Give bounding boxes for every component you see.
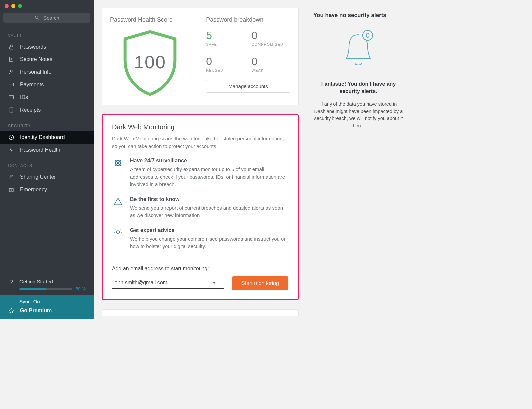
search-input[interactable]: Search [3,13,90,23]
sidebar-item-identity-dashboard[interactable]: Identity Dashboard [0,131,94,144]
email-value: john.smith@gmail.com [113,280,167,286]
svg-rect-2 [10,47,13,49]
svg-point-0 [35,16,38,19]
manage-accounts-button[interactable]: Manage accounts [206,80,290,93]
svg-text:0: 0 [366,32,369,39]
minimize-window-icon[interactable] [11,4,15,8]
premium-label: Go Premium [20,308,52,314]
receipt-icon [8,107,15,113]
id-card-icon [8,94,15,100]
darkweb-title: Dark Web Monitoring [112,123,288,131]
sidebar-item-emergency[interactable]: Emergency [0,183,94,196]
person-icon [8,69,15,75]
feature-first-to-know: Be the first to know We send you a repor… [112,196,288,219]
stat-value: 5 [206,29,245,42]
section-label-security: SECURITY [0,116,94,131]
sidebar-item-label: Emergency [20,187,47,193]
stat-label: WEAK [252,68,290,72]
stat-compromised: 0 COMPROMISED [252,29,290,46]
sidebar-item-secure-notes[interactable]: Secure Notes [0,53,94,66]
health-breakdown-card: Password Health Score 100 Password break… [102,8,299,105]
window-controls [0,0,94,11]
sidebar-item-receipts[interactable]: Receipts [0,104,94,116]
sidebar-item-ids[interactable]: IDs [0,91,94,104]
svg-point-19 [10,175,12,177]
lightbulb-icon [112,227,124,250]
feature-title: Have 24/7 surveillance [130,158,288,164]
stat-value: 0 [206,55,245,68]
sync-status[interactable]: Sync: On [0,295,94,306]
sidebar-item-label: Passwords [20,44,46,50]
search-placeholder: Search [43,15,59,21]
sidebar-item-payments[interactable]: Payments [0,78,94,91]
svg-point-18 [11,137,12,138]
target-icon [8,134,15,140]
feature-body: We help you change your compromised pass… [130,235,288,250]
progress-percent: 50 % [76,286,86,291]
sidebar-item-label: Sharing Center [20,174,56,180]
stat-value: 0 [252,29,290,42]
section-label-vault: VAULT [0,26,94,41]
stat-safe: 5 SAFE [206,29,245,46]
health-shield: 100 [120,29,180,97]
dark-web-card: Dark Web Monitoring Dark Web Monitoring … [102,114,299,300]
divider [112,258,288,258]
go-premium[interactable]: Go Premium [0,306,94,319]
credit-card-icon [8,82,15,88]
close-window-icon[interactable] [5,4,9,8]
stat-reused: 0 REUSED [206,55,245,72]
section-label-contacts: CONTACTS [0,156,94,171]
app-window: Search VAULT Passwords Secure Notes Pers… [0,0,412,319]
alerts-panel: You have no security alerts 0 Fantastic!… [305,0,412,319]
email-prompt: Add an email address to start monitoring… [112,266,288,272]
stat-weak: 0 WEAK [252,55,290,72]
email-dropdown[interactable]: john.smith@gmail.com [112,278,224,289]
svg-line-37 [115,229,116,230]
bell-icon: 0 [342,29,375,72]
maximize-window-icon[interactable] [18,4,22,8]
svg-line-38 [121,229,121,230]
feature-surveillance: Have 24/7 surveillance A team of cyberse… [112,158,288,188]
feature-title: Get expert advice [130,227,288,233]
stat-label: COMPROMISED [252,42,290,46]
next-card-peek [102,309,299,316]
sidebar-item-label: Personal Info [20,69,51,75]
sidebar-item-label: Receipts [20,107,41,113]
sidebar-item-label: Password Health [20,147,60,153]
svg-point-31 [118,203,118,204]
sidebar-item-label: IDs [20,94,28,100]
bell-illustration: 0 [313,29,404,72]
stat-value: 0 [252,55,290,68]
svg-point-6 [10,70,12,72]
feature-expert-advice: Get expert advice We help you change you… [112,227,288,250]
feature-body: We send you a report of current breaches… [130,204,288,219]
svg-point-32 [116,231,119,234]
alert-triangle-icon [112,196,124,219]
breakdown-title: Password breakdown [206,16,290,23]
svg-rect-7 [9,83,14,86]
sidebar-item-label: Payments [20,82,44,88]
chevron-down-icon [213,282,216,284]
lightbulb-icon [8,279,15,285]
search-icon [35,15,39,20]
getting-started[interactable]: Getting Started 50 % [0,275,94,295]
health-score-value: 100 [134,52,166,72]
sidebar-item-sharing-center[interactable]: Sharing Center [0,171,94,183]
sidebar-item-passwords[interactable]: Passwords [0,41,94,53]
alerts-body: If any of the data you have stored in Da… [313,101,404,130]
feature-title: Be the first to know [130,196,288,202]
sidebar-item-password-health[interactable]: Password Health [0,144,94,156]
sidebar: Search VAULT Passwords Secure Notes Pers… [0,0,94,319]
users-icon [8,174,15,180]
note-icon [8,56,15,62]
main-area: Password Health Score 100 Password break… [94,0,412,319]
start-monitoring-button[interactable]: Start monitoring [232,276,288,290]
sidebar-item-personal-info[interactable]: Personal Info [0,66,94,78]
health-score-title: Password Health Score [110,16,190,23]
alerts-subtitle: Fantastic! You don't have any security a… [313,80,404,95]
stat-label: REUSED [206,68,245,72]
star-icon [8,308,15,314]
svg-point-20 [12,176,13,177]
darkweb-description: Dark Web Monitoring scans the web for le… [112,135,288,150]
svg-point-24 [10,280,13,283]
